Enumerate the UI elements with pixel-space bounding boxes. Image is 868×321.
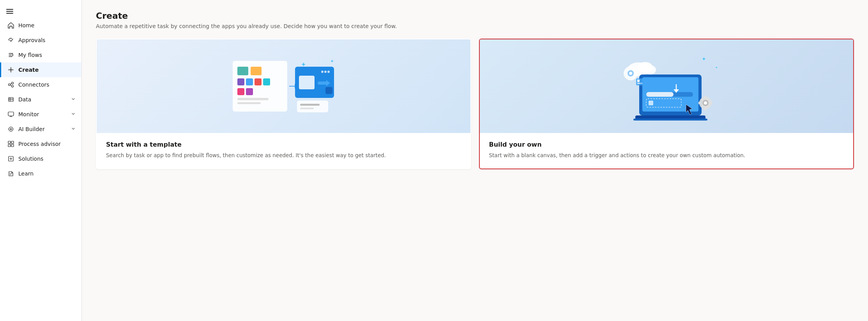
svg-point-41 bbox=[321, 71, 324, 73]
svg-rect-9 bbox=[8, 112, 14, 116]
sidebar-item-approvals[interactable]: Approvals bbox=[0, 33, 81, 48]
sidebar-item-label-connectors: Connectors bbox=[18, 82, 75, 88]
sidebar-item-label-home: Home bbox=[18, 22, 75, 28]
build-own-card-title: Build your own bbox=[489, 141, 844, 148]
build-own-illustration: ✦ ✦ bbox=[480, 39, 854, 133]
template-card[interactable]: ✦ ✦ ✦ bbox=[96, 39, 471, 169]
sidebar-item-data[interactable]: Data bbox=[0, 92, 81, 107]
sidebar-item-home[interactable]: Home bbox=[0, 18, 81, 33]
my-flows-icon bbox=[7, 51, 14, 59]
sidebar-nav: HomeApprovalsMy flowsCreateConnectorsDat… bbox=[0, 18, 81, 181]
svg-line-4 bbox=[11, 85, 12, 86]
monitor-icon bbox=[7, 111, 14, 118]
sidebar-item-learn[interactable]: Learn bbox=[0, 166, 81, 181]
sidebar-item-my-flows[interactable]: My flows bbox=[0, 48, 81, 62]
page-title: Create bbox=[96, 11, 854, 21]
sidebar-item-label-process-advisor: Process advisor bbox=[18, 141, 75, 147]
svg-rect-38 bbox=[237, 102, 261, 104]
home-icon bbox=[7, 22, 14, 29]
svg-rect-18 bbox=[8, 141, 11, 144]
svg-rect-62 bbox=[633, 119, 707, 121]
svg-rect-73 bbox=[704, 96, 707, 98]
svg-point-0 bbox=[9, 84, 11, 86]
hamburger-line bbox=[6, 11, 13, 12]
monitor-chevron-icon bbox=[71, 112, 75, 117]
svg-rect-31 bbox=[237, 78, 244, 85]
svg-rect-48 bbox=[297, 101, 328, 112]
svg-point-1 bbox=[12, 82, 14, 84]
svg-rect-20 bbox=[8, 144, 11, 147]
sidebar-item-label-approvals: Approvals bbox=[18, 37, 75, 43]
sidebar-item-label-solutions: Solutions bbox=[18, 156, 75, 162]
hamburger-line bbox=[6, 9, 13, 10]
svg-text:✦: ✦ bbox=[715, 66, 718, 69]
sidebar-item-label-learn: Learn bbox=[18, 170, 75, 177]
svg-rect-75 bbox=[698, 102, 701, 104]
learn-icon bbox=[7, 170, 14, 177]
svg-rect-78 bbox=[637, 80, 640, 82]
svg-rect-36 bbox=[246, 88, 253, 95]
svg-rect-32 bbox=[246, 78, 253, 85]
svg-rect-29 bbox=[237, 67, 248, 75]
svg-rect-47 bbox=[325, 87, 332, 94]
template-illustration: ✦ ✦ ✦ bbox=[97, 39, 470, 133]
process-advisor-icon bbox=[7, 140, 14, 147]
svg-rect-33 bbox=[255, 78, 262, 85]
sidebar-item-label-ai-builder: AI Builder bbox=[18, 126, 67, 132]
hamburger-menu[interactable] bbox=[0, 3, 81, 18]
build-own-svg: ✦ ✦ bbox=[604, 45, 729, 127]
svg-rect-34 bbox=[263, 78, 270, 85]
svg-rect-74 bbox=[704, 108, 707, 111]
solutions-icon bbox=[7, 155, 14, 162]
svg-rect-5 bbox=[9, 98, 13, 101]
template-card-desc: Search by task or app to find prebuilt f… bbox=[106, 151, 461, 159]
svg-point-58 bbox=[629, 72, 632, 75]
sidebar-item-solutions[interactable]: Solutions bbox=[0, 151, 81, 166]
build-own-card-content: Build your own Start with a blank canvas… bbox=[480, 133, 854, 168]
svg-rect-44 bbox=[299, 76, 315, 89]
data-chevron-icon bbox=[71, 97, 75, 102]
svg-text:✦: ✦ bbox=[702, 56, 706, 62]
svg-point-72 bbox=[704, 101, 707, 105]
svg-point-42 bbox=[324, 71, 327, 73]
svg-line-3 bbox=[11, 83, 12, 84]
svg-rect-45 bbox=[318, 82, 327, 85]
template-svg: ✦ ✦ ✦ bbox=[221, 45, 346, 127]
data-icon bbox=[7, 96, 14, 103]
sidebar-item-label-data: Data bbox=[18, 96, 67, 103]
build-own-card[interactable]: ✦ ✦ bbox=[479, 39, 854, 169]
template-card-title: Start with a template bbox=[106, 141, 461, 148]
sidebar-item-create[interactable]: Create bbox=[0, 62, 81, 77]
sidebar-item-ai-builder[interactable]: AI Builder bbox=[0, 122, 81, 137]
svg-point-2 bbox=[12, 85, 14, 87]
main-content: Create Automate a repetitive task by con… bbox=[82, 0, 868, 321]
ai-builder-icon bbox=[7, 126, 14, 133]
svg-rect-68 bbox=[649, 101, 653, 105]
build-own-card-desc: Start with a blank canvas, then add a tr… bbox=[489, 151, 844, 159]
sidebar-item-monitor[interactable]: Monitor bbox=[0, 107, 81, 122]
svg-rect-50 bbox=[300, 108, 314, 109]
sidebar-item-label-my-flows: My flows bbox=[18, 52, 75, 58]
svg-rect-35 bbox=[237, 88, 244, 95]
sidebar: HomeApprovalsMy flowsCreateConnectorsDat… bbox=[0, 0, 82, 321]
ai-builder-chevron-icon bbox=[71, 127, 75, 132]
cards-container: ✦ ✦ ✦ bbox=[96, 39, 854, 169]
svg-rect-30 bbox=[251, 67, 262, 75]
sidebar-item-label-create: Create bbox=[18, 67, 75, 73]
svg-point-55 bbox=[644, 65, 656, 74]
hamburger-line bbox=[6, 13, 13, 14]
svg-rect-19 bbox=[11, 141, 14, 144]
svg-rect-76 bbox=[710, 102, 712, 104]
svg-rect-64 bbox=[646, 92, 674, 97]
sidebar-item-label-monitor: Monitor bbox=[18, 111, 67, 117]
svg-point-13 bbox=[10, 128, 12, 130]
svg-rect-37 bbox=[237, 98, 269, 100]
create-icon bbox=[7, 66, 14, 73]
svg-rect-77 bbox=[636, 78, 643, 85]
svg-rect-49 bbox=[300, 104, 320, 106]
connectors-icon bbox=[7, 81, 14, 88]
page-subtitle: Automate a repetitive task by connecting… bbox=[96, 23, 854, 29]
sidebar-item-process-advisor[interactable]: Process advisor bbox=[0, 137, 81, 151]
svg-rect-80 bbox=[641, 83, 642, 84]
sidebar-item-connectors[interactable]: Connectors bbox=[0, 77, 81, 92]
